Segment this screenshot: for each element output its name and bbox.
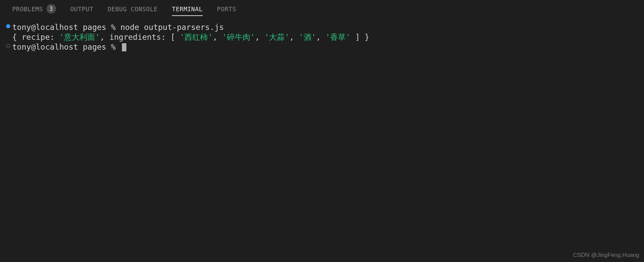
tab-debug-console-label: DEBUG CONSOLE bbox=[108, 5, 158, 13]
tab-ports-label: PORTS bbox=[217, 5, 236, 13]
shell-prompt: tony@localhost pages % bbox=[12, 23, 121, 32]
output-string: '香草' bbox=[325, 33, 351, 42]
tab-terminal[interactable]: TERMINAL bbox=[172, 5, 203, 16]
tab-debug-console[interactable]: DEBUG CONSOLE bbox=[108, 5, 158, 16]
tab-output[interactable]: OUTPUT bbox=[70, 5, 93, 16]
active-command-dot-icon bbox=[6, 24, 10, 28]
output-text: ] } bbox=[351, 33, 369, 42]
gutter-marker bbox=[6, 22, 12, 28]
problems-badge: 3 bbox=[47, 4, 56, 14]
terminal-line: { recipe: '意大利面', ingredients: [ '西红柿', … bbox=[6, 32, 638, 42]
shell-command: node output-parsers.js bbox=[121, 23, 224, 32]
shell-prompt: tony@localhost pages % bbox=[12, 43, 121, 51]
output-string: '碎牛肉' bbox=[222, 33, 255, 42]
idle-prompt-dot-icon bbox=[6, 44, 10, 48]
watermark: CSDN @JingFeng.Huang bbox=[573, 252, 639, 259]
output-string: '酒' bbox=[299, 33, 316, 42]
prompt-line: tony@localhost pages % bbox=[12, 42, 126, 52]
output-text: , bbox=[255, 33, 265, 42]
tab-output-label: OUTPUT bbox=[70, 5, 93, 13]
output-text: , ingredients: [ bbox=[100, 33, 180, 42]
tab-terminal-label: TERMINAL bbox=[172, 5, 203, 13]
command-line: tony@localhost pages % node output-parse… bbox=[12, 22, 224, 32]
panel-tabs: PROBLEMS 3 OUTPUT DEBUG CONSOLE TERMINAL… bbox=[0, 0, 644, 21]
gutter-marker bbox=[6, 32, 12, 34]
output-string: '西红柿' bbox=[180, 33, 213, 42]
tab-problems[interactable]: PROBLEMS 3 bbox=[12, 4, 56, 17]
tab-problems-label: PROBLEMS bbox=[12, 5, 43, 13]
output-text: , bbox=[289, 33, 299, 42]
cursor-icon bbox=[122, 43, 126, 51]
output-string: '意大利面' bbox=[59, 33, 100, 42]
output-line: { recipe: '意大利面', ingredients: [ '西红柿', … bbox=[12, 32, 369, 42]
terminal-line: tony@localhost pages % bbox=[6, 42, 638, 52]
terminal-body[interactable]: tony@localhost pages % node output-parse… bbox=[0, 21, 644, 53]
output-text: { recipe: bbox=[12, 33, 59, 42]
output-string: '大蒜' bbox=[264, 33, 289, 42]
output-text: , bbox=[213, 33, 222, 42]
tab-ports[interactable]: PORTS bbox=[217, 5, 236, 16]
output-text: , bbox=[316, 33, 326, 42]
terminal-line: tony@localhost pages % node output-parse… bbox=[6, 22, 638, 32]
gutter-marker bbox=[6, 42, 12, 48]
